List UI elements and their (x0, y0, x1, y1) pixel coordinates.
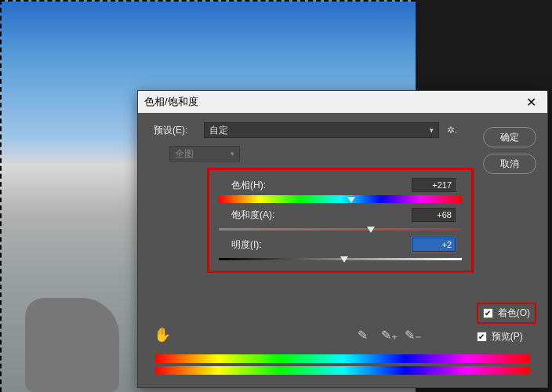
hue-label: 色相(H): (219, 179, 297, 192)
hue-slider[interactable] (219, 194, 462, 205)
close-icon[interactable]: ✕ (521, 95, 541, 110)
hue-thumb[interactable] (347, 197, 355, 203)
ok-button[interactable]: 确定 (483, 127, 536, 147)
lightness-slider[interactable] (219, 253, 462, 264)
colorize-checkbox[interactable]: ✔ 着色(O) (477, 303, 536, 324)
preview-label: 预览(P) (492, 330, 523, 343)
dialog-title: 色相/饱和度 (144, 95, 198, 109)
eyedropper-subtract-icon[interactable]: ✎₋ (405, 328, 419, 342)
gear-icon[interactable]: ✲. (447, 125, 457, 136)
preset-dropdown[interactable]: 自定 ▾ (204, 122, 439, 138)
chevron-down-icon: ▾ (231, 150, 234, 158)
lightness-thumb[interactable] (340, 256, 348, 263)
checkbox-icon: ✔ (477, 332, 487, 342)
spectrum-bottom (155, 366, 530, 375)
checkbox-icon: ✔ (483, 308, 493, 318)
chevron-down-icon: ▾ (430, 126, 434, 134)
hand-tool-icon[interactable]: ✋ (154, 326, 171, 343)
hue-saturation-dialog: 色相/饱和度 ✕ 预设(E): 自定 ▾ ✲. 确定 取消 全图 ▾ 色相(H)… (137, 90, 548, 388)
saturation-label: 饱和度(A): (219, 209, 297, 222)
range-value: 全图 (175, 147, 194, 161)
hue-track (219, 195, 462, 203)
colorize-label: 着色(O) (498, 307, 530, 320)
hue-input[interactable] (412, 178, 456, 192)
eyedropper-icon[interactable]: ✎ (358, 328, 372, 342)
cancel-button[interactable]: 取消 (483, 154, 536, 174)
sliders-highlight-box: 色相(H): 饱和度(A): 明度(I): (207, 168, 474, 273)
range-dropdown[interactable]: 全图 ▾ (169, 146, 240, 162)
spectrum-bars (155, 354, 530, 378)
spectrum-top (155, 354, 530, 363)
saturation-track (219, 228, 462, 230)
saturation-thumb[interactable] (367, 227, 375, 233)
preview-checkbox[interactable]: ✔ 预览(P) (477, 330, 536, 343)
saturation-slider[interactable] (219, 223, 462, 234)
preset-value: 自定 (209, 124, 228, 137)
lightness-input[interactable] (412, 238, 456, 252)
lightness-label: 明度(I): (219, 238, 297, 252)
saturation-input[interactable] (412, 208, 456, 222)
preset-label: 预设(E): (154, 124, 199, 137)
eyedropper-add-icon[interactable]: ✎₊ (381, 328, 395, 342)
titlebar[interactable]: 色相/饱和度 ✕ (138, 91, 547, 113)
